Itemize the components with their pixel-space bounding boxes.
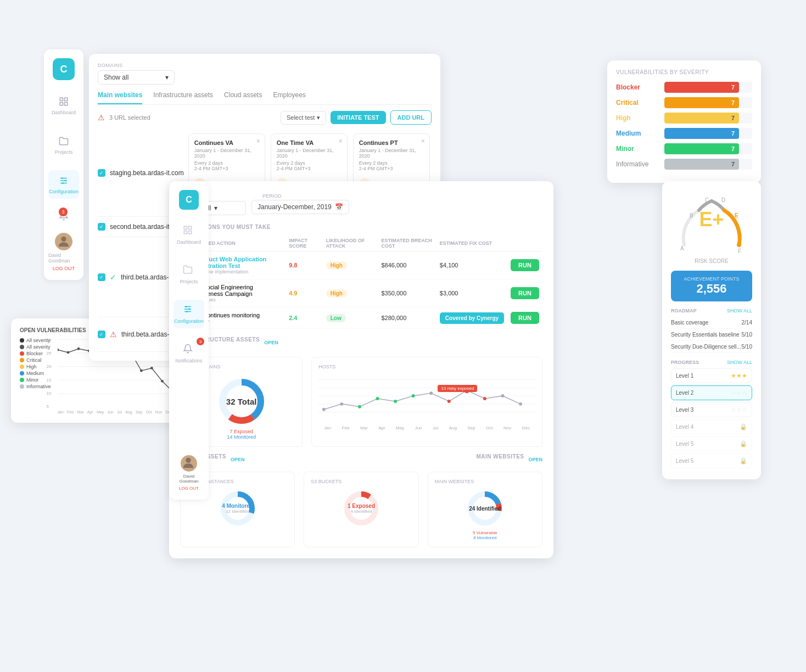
sidebar-item-dashboard[interactable]: Dashboard	[48, 91, 79, 120]
sr-item-notifications[interactable]: 3 Notifications	[173, 339, 204, 368]
dash-header: DOMAINS Show all ▾ PERIOD January-Decemb…	[180, 192, 542, 215]
svg-rect-2	[60, 103, 63, 105]
period-select[interactable]: January-December, 2019 📅	[251, 200, 349, 214]
legend-dot-all2	[20, 345, 24, 349]
severity-count-high: 7	[731, 115, 735, 121]
svg-point-63	[77, 348, 80, 350]
svg-point-31	[340, 402, 344, 406]
roadmap-title: ROADMAP	[671, 308, 697, 313]
infra-open-link[interactable]: OPEN	[264, 340, 278, 345]
tab-employees[interactable]: Employees	[273, 91, 305, 104]
svg-text:A: A	[680, 245, 684, 251]
progress-show-all[interactable]: SHOW ALL	[727, 360, 752, 365]
url-checkbox-4[interactable]	[98, 331, 105, 338]
progress-label-4: Level 4	[676, 424, 693, 430]
sr-logout-button[interactable]: LOG OUT	[179, 486, 199, 491]
logout-button[interactable]: LOG OUT	[53, 266, 75, 271]
legend-dot-blocker	[20, 351, 24, 356]
severity-label-medium: Medium	[616, 130, 660, 137]
legend-label-blocker: Blocker	[26, 351, 43, 356]
lock-icon-6: 🔒	[740, 457, 747, 464]
table-row: 3 Set continues monitoring Weekly 2.4 Lo…	[180, 307, 542, 329]
notification-badge: 3	[59, 208, 68, 216]
svg-rect-1	[65, 98, 68, 100]
svg-point-37	[447, 400, 451, 403]
main-websites-open-link[interactable]: OPEN	[528, 457, 542, 462]
s3-donut: 1 Exposed 4 Identified	[311, 486, 411, 530]
main-wrapper: C Dashboard Projects Configuration 3	[0, 0, 806, 672]
run-button-3[interactable]: RUN	[511, 312, 539, 324]
progress-header: PROGRESS SHOW ALL	[671, 360, 752, 365]
sr-item-dashboard[interactable]: Dashboard	[173, 221, 204, 249]
roadmap-show-all[interactable]: SHOW ALL	[727, 308, 752, 313]
sr-item-projects[interactable]: Projects	[173, 260, 204, 289]
sidebar-item-configuration[interactable]: Configuration	[48, 170, 79, 199]
legend-dot-critical	[20, 358, 24, 362]
roadmap-label-3: Security Due-Diligence sell...	[671, 344, 741, 350]
legend-dot-minor	[20, 378, 24, 382]
severity-bar-medium-bg: 7	[664, 128, 752, 139]
breach-2: $350,000	[378, 279, 436, 307]
main-monitored: 8 Monitored	[435, 535, 535, 540]
legend-label-minor: Minor	[26, 377, 39, 383]
domains-select[interactable]: Show all ▾	[98, 70, 175, 85]
covered-button[interactable]: Covered by Cynergy	[440, 312, 504, 324]
select-test-dropdown[interactable]: Select test ▾	[281, 111, 326, 125]
add-url-button[interactable]: ADD URL	[390, 110, 432, 125]
progress-item-3[interactable]: Level 3 ☆☆☆	[671, 402, 752, 417]
progress-label-6: Level 5	[676, 458, 693, 464]
sr-item-config[interactable]: Configuration	[173, 300, 204, 328]
sidebar-notifications[interactable]: 3	[58, 210, 70, 222]
severity-count-blocker: 7	[731, 84, 735, 91]
severity-bar-critical: 7	[664, 97, 739, 108]
svg-rect-12	[189, 226, 192, 229]
main-identified: 24 Identified	[469, 506, 501, 512]
main-vulnerable: 5 Vulnerable	[435, 530, 535, 535]
progress-item-2[interactable]: Level 2 ☆☆☆	[671, 385, 752, 400]
severity-count-critical: 7	[731, 99, 735, 106]
svg-rect-0	[60, 98, 63, 100]
tab-cloud[interactable]: Cloud assets	[224, 91, 262, 104]
close-icon-3[interactable]: ×	[421, 137, 425, 145]
period-label: PERIOD	[262, 193, 349, 199]
svg-point-9	[62, 182, 64, 184]
sr-notifications-label: Notifications	[175, 358, 202, 363]
close-icon-1[interactable]: ×	[256, 137, 260, 145]
sr-user-name: David Goodman	[173, 474, 204, 484]
s3-donut-center: 1 Exposed 4 Identified	[348, 503, 375, 514]
close-icon-2[interactable]: ×	[339, 137, 343, 145]
hosts-x-labels: JanFebMarAprMayJunJulAugSepOctNovDec	[318, 425, 535, 430]
progress-stars-3: ☆☆☆	[731, 406, 747, 413]
url-checkbox-3[interactable]	[98, 273, 105, 281]
legend-dot-high	[20, 365, 24, 369]
run-button-2[interactable]: RUN	[511, 287, 539, 299]
url-checkbox-2[interactable]	[98, 223, 105, 231]
svg-point-40	[501, 394, 505, 397]
svg-text:B: B	[690, 212, 693, 219]
actions-section-title: KEY ACTIONS YOU MUST TAKE	[180, 224, 542, 230]
col-breach: ESTIMATED BREACH COST	[378, 236, 436, 251]
run-button-1[interactable]: RUN	[511, 259, 539, 271]
progress-item-1[interactable]: Level 1 ★★★	[671, 368, 752, 383]
sidebar-item-projects[interactable]: Projects	[48, 131, 79, 159]
tab-main-websites[interactable]: Main websites	[98, 91, 142, 104]
card-freq-2: Every 2 days	[277, 160, 342, 166]
run-btn-2-td: RUN	[507, 279, 542, 307]
svg-point-8	[65, 180, 66, 182]
badge-high-1: High	[326, 261, 347, 270]
likelihood-3: Low	[323, 307, 378, 329]
severity-bar-blocker: 7	[664, 82, 739, 93]
severity-label-minor: Minor	[616, 145, 660, 153]
main-donut-center: 24 Identified	[469, 506, 501, 512]
risk-panel: A B C D E F E+ RISK SCORE ACHIEVEMENT PO…	[662, 181, 761, 479]
svg-rect-13	[184, 231, 187, 234]
cloud-open-link[interactable]: OPEN	[231, 457, 245, 462]
tab-infrastructure[interactable]: Infrastructure assets	[153, 91, 213, 104]
svg-text:F: F	[738, 248, 741, 254]
calendar-icon: 📅	[335, 203, 343, 211]
severity-bar-minor-bg: 7	[664, 143, 752, 154]
url-checkbox-1[interactable]	[98, 169, 105, 177]
initiate-test-button[interactable]: INITIATE TEST	[331, 111, 385, 124]
achievement-label: ACHIEVEMENT POINTS	[680, 276, 743, 282]
warning-icon: ⚠	[98, 113, 105, 122]
